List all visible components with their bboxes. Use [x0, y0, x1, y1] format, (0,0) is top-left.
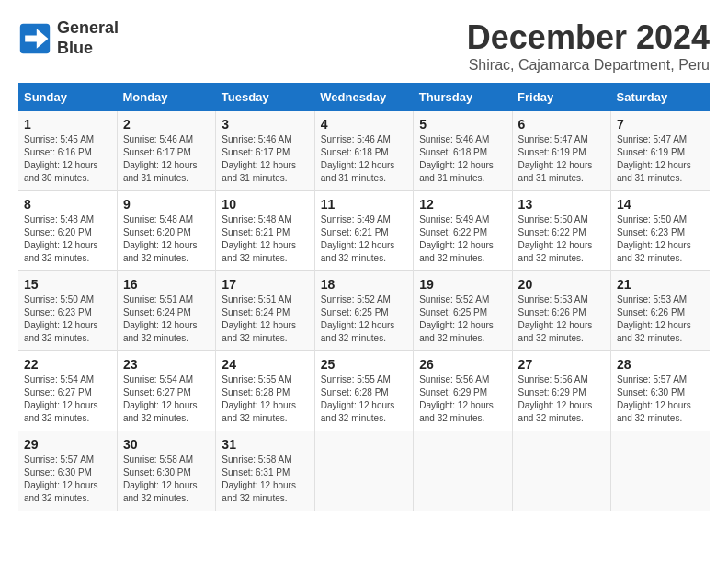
calendar-cell: 28Sunrise: 5:57 AMSunset: 6:30 PMDayligh… [611, 351, 710, 431]
day-info: Sunrise: 5:51 AMSunset: 6:24 PMDaylight:… [222, 293, 308, 345]
day-info: Sunrise: 5:50 AMSunset: 6:23 PMDaylight:… [617, 213, 704, 265]
day-info: Sunrise: 5:48 AMSunset: 6:20 PMDaylight:… [123, 213, 210, 265]
day-number: 21 [617, 277, 704, 292]
day-info: Sunrise: 5:53 AMSunset: 6:26 PMDaylight:… [518, 293, 605, 345]
day-number: 29 [24, 437, 111, 452]
calendar-cell: 18Sunrise: 5:52 AMSunset: 6:25 PMDayligh… [314, 271, 413, 351]
header-cell-saturday: Saturday [611, 83, 710, 111]
day-number: 11 [321, 197, 407, 212]
day-number: 26 [419, 357, 506, 372]
day-info: Sunrise: 5:54 AMSunset: 6:27 PMDaylight:… [123, 373, 210, 425]
logo: General Blue [18, 18, 119, 58]
calendar-cell: 3Sunrise: 5:46 AMSunset: 6:17 PMDaylight… [216, 111, 314, 191]
calendar-cell: 4Sunrise: 5:46 AMSunset: 6:18 PMDaylight… [314, 111, 413, 191]
day-info: Sunrise: 5:51 AMSunset: 6:24 PMDaylight:… [123, 293, 210, 345]
day-number: 3 [222, 117, 308, 132]
calendar-cell: 12Sunrise: 5:49 AMSunset: 6:22 PMDayligh… [414, 191, 512, 271]
day-info: Sunrise: 5:54 AMSunset: 6:27 PMDaylight:… [24, 373, 111, 425]
calendar-cell: 5Sunrise: 5:46 AMSunset: 6:18 PMDaylight… [414, 111, 512, 191]
day-info: Sunrise: 5:56 AMSunset: 6:29 PMDaylight:… [518, 373, 605, 425]
calendar-cell: 9Sunrise: 5:48 AMSunset: 6:20 PMDaylight… [117, 191, 215, 271]
day-number: 17 [222, 277, 308, 292]
calendar-cell [611, 431, 710, 511]
day-info: Sunrise: 5:53 AMSunset: 6:26 PMDaylight:… [617, 293, 704, 345]
day-number: 25 [321, 357, 407, 372]
calendar-cell: 16Sunrise: 5:51 AMSunset: 6:24 PMDayligh… [117, 271, 215, 351]
calendar-cell: 29Sunrise: 5:57 AMSunset: 6:30 PMDayligh… [18, 431, 117, 511]
day-number: 8 [24, 197, 111, 212]
day-info: Sunrise: 5:55 AMSunset: 6:28 PMDaylight:… [321, 373, 407, 425]
calendar-cell: 14Sunrise: 5:50 AMSunset: 6:23 PMDayligh… [611, 191, 710, 271]
calendar-week-2: 8Sunrise: 5:48 AMSunset: 6:20 PMDaylight… [18, 191, 710, 271]
header-cell-tuesday: Tuesday [216, 83, 314, 111]
day-info: Sunrise: 5:52 AMSunset: 6:25 PMDaylight:… [321, 293, 407, 345]
calendar-cell: 30Sunrise: 5:58 AMSunset: 6:30 PMDayligh… [117, 431, 215, 511]
calendar-cell [512, 431, 610, 511]
calendar-cell: 27Sunrise: 5:56 AMSunset: 6:29 PMDayligh… [512, 351, 610, 431]
calendar-cell [314, 431, 413, 511]
calendar-cell: 24Sunrise: 5:55 AMSunset: 6:28 PMDayligh… [216, 351, 314, 431]
calendar-cell: 20Sunrise: 5:53 AMSunset: 6:26 PMDayligh… [512, 271, 610, 351]
day-number: 22 [24, 357, 111, 372]
day-info: Sunrise: 5:48 AMSunset: 6:21 PMDaylight:… [222, 213, 308, 265]
day-number: 5 [419, 117, 506, 132]
day-info: Sunrise: 5:46 AMSunset: 6:18 PMDaylight:… [419, 133, 506, 185]
day-info: Sunrise: 5:50 AMSunset: 6:23 PMDaylight:… [24, 293, 111, 345]
day-number: 27 [518, 357, 605, 372]
day-number: 13 [518, 197, 605, 212]
calendar-cell: 6Sunrise: 5:47 AMSunset: 6:19 PMDaylight… [512, 111, 610, 191]
calendar-week-3: 15Sunrise: 5:50 AMSunset: 6:23 PMDayligh… [18, 271, 710, 351]
calendar-header: SundayMondayTuesdayWednesdayThursdayFrid… [18, 83, 710, 111]
day-info: Sunrise: 5:58 AMSunset: 6:31 PMDaylight:… [222, 454, 308, 505]
header-cell-friday: Friday [512, 83, 610, 111]
day-info: Sunrise: 5:49 AMSunset: 6:22 PMDaylight:… [419, 213, 506, 265]
day-info: Sunrise: 5:56 AMSunset: 6:29 PMDaylight:… [419, 373, 506, 425]
calendar-table: SundayMondayTuesdayWednesdayThursdayFrid… [18, 83, 710, 511]
day-number: 31 [222, 437, 308, 452]
calendar-week-5: 29Sunrise: 5:57 AMSunset: 6:30 PMDayligh… [18, 431, 710, 511]
day-info: Sunrise: 5:48 AMSunset: 6:20 PMDaylight:… [24, 213, 111, 265]
calendar-cell: 7Sunrise: 5:47 AMSunset: 6:19 PMDaylight… [611, 111, 710, 191]
calendar-cell: 2Sunrise: 5:46 AMSunset: 6:17 PMDaylight… [117, 111, 215, 191]
calendar-cell: 11Sunrise: 5:49 AMSunset: 6:21 PMDayligh… [314, 191, 413, 271]
calendar-cell: 13Sunrise: 5:50 AMSunset: 6:22 PMDayligh… [512, 191, 610, 271]
day-number: 6 [518, 117, 605, 132]
calendar-cell: 25Sunrise: 5:55 AMSunset: 6:28 PMDayligh… [314, 351, 413, 431]
day-info: Sunrise: 5:55 AMSunset: 6:28 PMDaylight:… [222, 373, 308, 425]
header-row: SundayMondayTuesdayWednesdayThursdayFrid… [18, 83, 710, 111]
header-cell-wednesday: Wednesday [314, 83, 413, 111]
calendar-cell: 19Sunrise: 5:52 AMSunset: 6:25 PMDayligh… [414, 271, 512, 351]
calendar-cell: 8Sunrise: 5:48 AMSunset: 6:20 PMDaylight… [18, 191, 117, 271]
day-number: 4 [321, 117, 407, 132]
day-number: 16 [123, 277, 210, 292]
day-info: Sunrise: 5:58 AMSunset: 6:30 PMDaylight:… [123, 454, 210, 505]
logo-text: General Blue [57, 18, 119, 58]
day-info: Sunrise: 5:46 AMSunset: 6:17 PMDaylight:… [123, 133, 210, 185]
logo-icon [18, 22, 51, 55]
page-header: General Blue December 2024 Shirac, Cajam… [18, 18, 710, 74]
calendar-cell: 10Sunrise: 5:48 AMSunset: 6:21 PMDayligh… [216, 191, 314, 271]
day-info: Sunrise: 5:57 AMSunset: 6:30 PMDaylight:… [617, 373, 704, 425]
calendar-cell: 26Sunrise: 5:56 AMSunset: 6:29 PMDayligh… [414, 351, 512, 431]
day-number: 1 [24, 117, 111, 132]
day-info: Sunrise: 5:46 AMSunset: 6:18 PMDaylight:… [321, 133, 407, 185]
calendar-cell: 21Sunrise: 5:53 AMSunset: 6:26 PMDayligh… [611, 271, 710, 351]
title-area: December 2024 Shirac, Cajamarca Departme… [467, 18, 710, 74]
day-info: Sunrise: 5:52 AMSunset: 6:25 PMDaylight:… [419, 293, 506, 345]
calendar-cell: 31Sunrise: 5:58 AMSunset: 6:31 PMDayligh… [216, 431, 314, 511]
day-number: 23 [123, 357, 210, 372]
calendar-cell: 1Sunrise: 5:45 AMSunset: 6:16 PMDaylight… [18, 111, 117, 191]
day-number: 9 [123, 197, 210, 212]
header-cell-sunday: Sunday [18, 83, 117, 111]
day-number: 10 [222, 197, 308, 212]
calendar-week-1: 1Sunrise: 5:45 AMSunset: 6:16 PMDaylight… [18, 111, 710, 191]
day-number: 18 [321, 277, 407, 292]
day-number: 28 [617, 357, 704, 372]
page-subtitle: Shirac, Cajamarca Department, Peru [467, 57, 710, 74]
calendar-cell: 23Sunrise: 5:54 AMSunset: 6:27 PMDayligh… [117, 351, 215, 431]
calendar-body: 1Sunrise: 5:45 AMSunset: 6:16 PMDaylight… [18, 111, 710, 511]
day-number: 7 [617, 117, 704, 132]
day-number: 20 [518, 277, 605, 292]
day-number: 14 [617, 197, 704, 212]
day-info: Sunrise: 5:49 AMSunset: 6:21 PMDaylight:… [321, 213, 407, 265]
